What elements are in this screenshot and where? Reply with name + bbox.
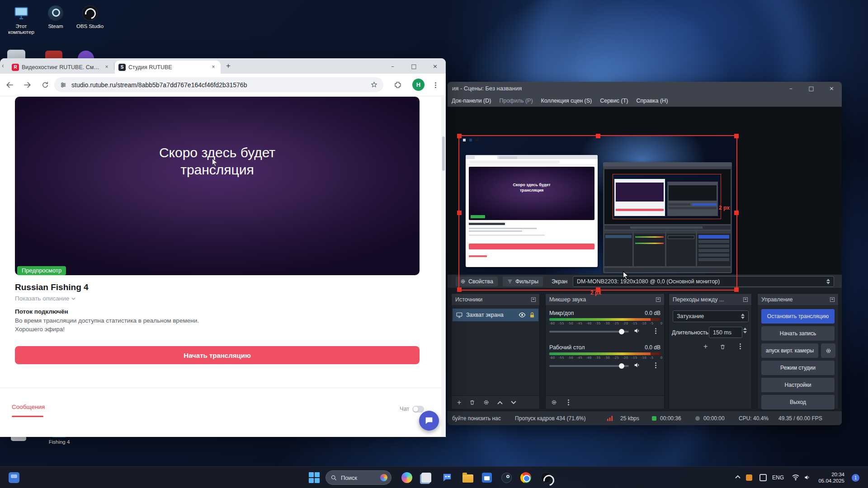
reload-icon[interactable] <box>40 80 51 90</box>
volume-slider[interactable] <box>549 331 629 333</box>
url-text[interactable]: studio.rutube.ru/stream/8abb5b7a7dd767e1… <box>71 81 370 89</box>
obs-preview-canvas[interactable]: Скоро здесь будет трансляция <box>448 107 842 274</box>
tab-rutube-home[interactable]: R Видеохостинг RUTUBE. Смотр × <box>8 61 114 74</box>
duration-spinbox[interactable]: 150 ms <box>709 327 742 338</box>
studio-mode-button[interactable]: Режим студии <box>761 361 835 375</box>
support-chat-fab[interactable] <box>419 411 439 431</box>
dock-float-icon[interactable] <box>656 297 660 302</box>
obs-close-button[interactable]: × <box>821 82 842 95</box>
taskbar-copilot-icon[interactable] <box>401 472 413 483</box>
forward-icon[interactable] <box>22 80 33 90</box>
taskbar-obs-icon[interactable] <box>540 472 552 483</box>
menu-profile[interactable]: Профиль (P) <box>495 95 537 107</box>
settings-button[interactable]: Настройки <box>761 378 835 392</box>
page-scrollbar[interactable] <box>441 97 446 437</box>
move-up-icon[interactable] <box>497 401 503 404</box>
properties-button[interactable]: Свойства <box>456 277 498 286</box>
taskbar-chat-icon[interactable] <box>441 472 453 483</box>
tab-close-icon[interactable]: × <box>103 64 110 71</box>
notification-count-badge[interactable]: 1 <box>852 474 859 482</box>
source-row-screen-capture[interactable]: Захват экрана <box>453 309 538 321</box>
add-transition-icon[interactable]: + <box>703 343 708 351</box>
scrollbar-thumb[interactable] <box>442 136 445 171</box>
taskbar-task-view-icon[interactable] <box>420 472 432 483</box>
bookmark-star-icon[interactable] <box>370 81 378 89</box>
taskbar-search[interactable]: Поиск <box>326 470 392 485</box>
channel-menu-icon[interactable] <box>652 362 659 368</box>
stop-streaming-button[interactable]: Остановить трансляцию <box>761 309 835 324</box>
menu-tools[interactable]: Сервис (T) <box>596 95 632 107</box>
browser-maximize-button[interactable]: □ <box>403 58 425 74</box>
speaker-icon[interactable] <box>633 327 641 334</box>
tab-rutube-studio[interactable]: S Студия RUTUBE × <box>115 61 221 74</box>
spinner-arrows-icon[interactable] <box>826 279 830 284</box>
volume-slider-knob[interactable] <box>619 363 624 369</box>
start-button[interactable] <box>308 472 320 483</box>
obs-maximize-button[interactable]: □ <box>801 82 821 95</box>
duration-spin-arrows[interactable] <box>743 328 747 333</box>
desktop-icon-obs[interactable]: OBS Studio <box>72 5 108 29</box>
filters-button[interactable]: Фильтры <box>503 277 543 286</box>
menu-help[interactable]: Справка (H) <box>632 95 672 107</box>
taskbar-store-icon[interactable] <box>481 472 493 483</box>
dock-float-icon[interactable] <box>743 297 748 302</box>
taskbar-file-explorer-icon[interactable] <box>462 472 474 483</box>
exit-button[interactable]: Выход <box>761 395 835 409</box>
obs-minimize-button[interactable]: – <box>781 82 801 95</box>
back-icon[interactable] <box>5 80 15 90</box>
taskbar-clock[interactable]: 20:34 05.04.2025 <box>816 471 844 484</box>
move-down-icon[interactable] <box>511 401 516 404</box>
visibility-eye-icon[interactable] <box>519 312 526 318</box>
screen-capture-pre[interactable]: Скоро здесь будет трансляция <box>459 136 736 290</box>
source-properties-icon[interactable] <box>483 399 489 405</box>
speaker-icon[interactable] <box>633 361 641 369</box>
browser-menu-icon[interactable] <box>432 80 439 90</box>
chat-toggle[interactable] <box>412 406 424 413</box>
browser-close-button[interactable]: × <box>425 58 446 74</box>
wifi-icon[interactable] <box>792 474 799 480</box>
spinner-arrows-icon[interactable] <box>741 314 745 319</box>
dock-float-icon[interactable] <box>531 297 536 302</box>
volume-slider[interactable] <box>549 365 629 367</box>
dock-float-icon[interactable] <box>830 297 835 302</box>
desktop-icon-this-pc[interactable]: Этот компьютер <box>4 5 39 35</box>
new-tab-icon[interactable]: + <box>226 61 231 70</box>
start-recording-button[interactable]: Начать запись <box>761 326 835 341</box>
start-virtual-camera-button[interactable]: апуск вирт. камеры <box>761 343 818 358</box>
add-source-icon[interactable]: + <box>457 399 461 407</box>
transition-menu-icon[interactable] <box>737 343 743 349</box>
tray-app-icon[interactable] <box>760 474 767 481</box>
mixer-menu-icon[interactable] <box>565 399 571 405</box>
language-indicator[interactable]: ENG <box>772 467 784 488</box>
tab-messages[interactable]: Сообщения <box>12 404 45 410</box>
stream-preview-player[interactable]: Скоро здесь будет трансляция <box>15 97 420 275</box>
site-settings-icon[interactable] <box>60 81 67 89</box>
browser-minimize-button[interactable]: – <box>382 58 403 74</box>
virtual-camera-settings-button[interactable] <box>821 343 835 358</box>
obs-titlebar[interactable]: ия - Сцены: Без названия – □ × <box>448 82 842 95</box>
lock-icon[interactable] <box>529 312 535 318</box>
profile-avatar[interactable]: H <box>412 79 425 91</box>
taskbar-chrome-icon[interactable] <box>520 472 532 483</box>
transition-select[interactable]: Затухание <box>673 310 749 322</box>
taskbar-corner-app-icon[interactable] <box>8 472 20 483</box>
start-stream-button[interactable]: Начать трансляцию <box>15 346 420 364</box>
menu-scene-collection[interactable]: Коллекция сцен (S) <box>537 95 596 107</box>
show-description-link[interactable]: Показать описание <box>15 295 75 302</box>
volume-icon[interactable] <box>804 474 811 481</box>
volume-slider-knob[interactable] <box>619 329 624 334</box>
taskbar-steam-icon[interactable] <box>500 472 512 483</box>
menu-docks[interactable]: Док-панели (D) <box>448 95 495 107</box>
url-bar[interactable]: studio.rutube.ru/stream/8abb5b7a7dd767e1… <box>54 77 383 92</box>
remove-source-icon[interactable] <box>469 399 475 405</box>
channel-menu-icon[interactable] <box>652 328 659 334</box>
extensions-puzzle-icon[interactable] <box>392 80 403 90</box>
desktop-icon-steam[interactable]: Steam <box>38 5 73 29</box>
tray-chevron-icon[interactable] <box>735 475 741 479</box>
mixer-settings-icon[interactable] <box>551 399 557 405</box>
tab-scroll-left-icon[interactable]: ‹ <box>2 62 4 69</box>
display-select[interactable]: DM-MONB2203: 868x488 @ 0,0 (Основной м… <box>573 276 834 287</box>
remove-transition-icon[interactable] <box>720 344 726 350</box>
tab-close-icon[interactable]: × <box>210 64 217 71</box>
tray-app-icon-orange[interactable] <box>746 474 752 481</box>
